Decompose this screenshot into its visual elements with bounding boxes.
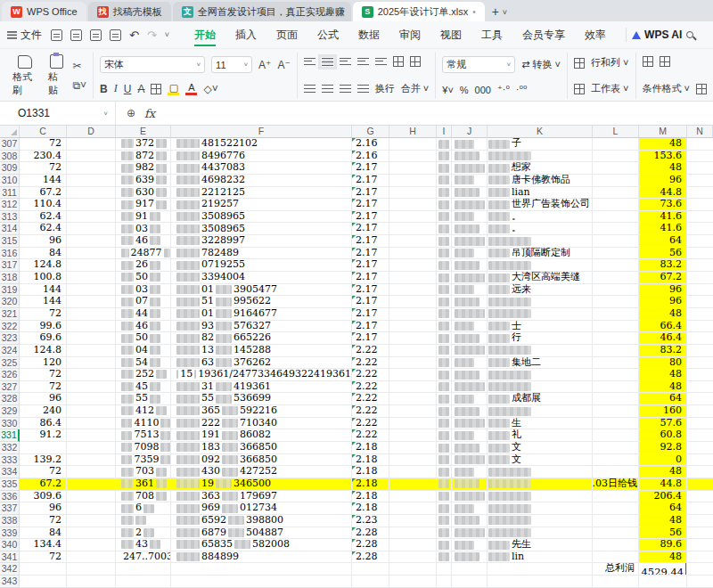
cell-J318[interactable] (452, 272, 488, 284)
cell-L317[interactable] (593, 259, 639, 272)
cell-I333[interactable] (437, 454, 452, 467)
cell-M342[interactable]: 114529.44 (639, 563, 687, 576)
cell-M328[interactable]: 64 (639, 393, 687, 405)
cell-D316[interactable] (67, 248, 116, 260)
cell-C320[interactable]: 144 (20, 296, 67, 308)
cell-L307[interactable] (593, 138, 639, 151)
decrease-indent-icon[interactable] (357, 58, 369, 66)
cell-C307[interactable]: 72 (20, 138, 67, 151)
cell-F324[interactable]: 13145288 (171, 345, 352, 357)
cell-D307[interactable] (67, 138, 116, 151)
cell-E327[interactable]: 45 (116, 381, 171, 394)
underline-button[interactable]: U (124, 83, 132, 95)
cell-G309[interactable]: 2.17 (352, 162, 389, 175)
cell-H334[interactable] (389, 466, 437, 478)
cell-M333[interactable]: 0 (639, 454, 687, 467)
cell-E316[interactable]: 24877 (116, 248, 171, 260)
row-header-318[interactable]: 318 (0, 272, 20, 284)
cell-I314[interactable] (437, 223, 452, 235)
row-header-341[interactable]: 341 (0, 551, 20, 564)
wps-ai-button[interactable]: WPS AI (632, 29, 682, 41)
row-header-308[interactable]: 308 (0, 151, 20, 163)
cell-E339[interactable]: 2 (116, 527, 171, 540)
cell-C340[interactable]: 134.4 (20, 539, 67, 551)
menu-tab-工具[interactable]: 工具 (472, 22, 512, 47)
cell-M308[interactable]: 153.6 (639, 151, 687, 163)
cell-H310[interactable] (389, 175, 437, 187)
cell-G310[interactable]: 2.17 (352, 175, 389, 187)
row-header-320[interactable]: 320 (0, 296, 20, 308)
cell-J319[interactable] (452, 284, 488, 297)
cell-D310[interactable] (67, 175, 116, 187)
cell-N316[interactable] (687, 248, 713, 260)
cell-K322[interactable]: 士 (488, 321, 593, 333)
cell-I329[interactable] (437, 405, 452, 418)
cell-E332[interactable]: 7098 (116, 442, 171, 454)
conditional-format-button[interactable]: 条件格式 ˅ (643, 82, 707, 95)
cell-C308[interactable]: 230.4 (20, 151, 67, 163)
cell-I309[interactable] (437, 162, 452, 175)
cell-N320[interactable] (687, 296, 713, 308)
row-header-313[interactable]: 313 (0, 211, 20, 224)
cell-C338[interactable]: 72 (20, 515, 67, 527)
cell-C330[interactable]: 86.4 (20, 418, 67, 430)
cell-J330[interactable] (452, 418, 488, 430)
row-header-310[interactable]: 310 (0, 175, 20, 187)
row-header-326[interactable]: 326 (0, 369, 20, 381)
cell-L316[interactable] (593, 248, 639, 260)
cell-J311[interactable] (452, 187, 488, 200)
cell-C335[interactable]: 67.2 (20, 478, 67, 491)
row-header-319[interactable]: 319 (0, 284, 20, 297)
cell-F310[interactable]: 4698232 (171, 175, 352, 187)
cell-F336[interactable]: 363179697 (171, 491, 352, 503)
row-header-337[interactable]: 337 (0, 502, 20, 515)
cell-E325[interactable]: 54 (116, 357, 171, 370)
fill-color-icon[interactable]: ▢ (168, 83, 179, 95)
cell-M321[interactable]: 48 (639, 308, 687, 321)
merge-center-icon[interactable] (410, 56, 421, 67)
quick-access-chevron-icon[interactable]: ˅ (165, 30, 169, 39)
cell-L334[interactable] (593, 466, 639, 478)
cell-I312[interactable] (437, 199, 452, 211)
cell-N307[interactable] (687, 138, 713, 151)
cell-C337[interactable]: 96 (20, 502, 67, 515)
row-header-323[interactable]: 323 (0, 332, 20, 345)
cell-E334[interactable]: 703 (116, 466, 171, 478)
cell-I326[interactable] (437, 369, 452, 381)
row-header-307[interactable]: 307 (0, 138, 20, 151)
align-middle-icon[interactable] (322, 58, 333, 66)
cell-M323[interactable]: 46.4 (639, 332, 687, 345)
cell-I311[interactable] (437, 187, 452, 200)
row-header-312[interactable]: 312 (0, 199, 20, 211)
cell-F315[interactable]: 3228997 (171, 235, 352, 248)
cell-D317[interactable] (67, 259, 116, 272)
cell-K316[interactable]: 吊顶隔断定制 (488, 248, 593, 260)
cell-G315[interactable]: 2.17 (352, 235, 389, 248)
row-header-324[interactable]: 324 (0, 345, 20, 357)
cell-N315[interactable] (687, 235, 713, 248)
cell-K319[interactable]: 远来 (488, 284, 593, 297)
cell-F334[interactable]: 430427252 (171, 466, 352, 478)
menu-tab-数据[interactable]: 数据 (349, 22, 389, 47)
cell-I322[interactable] (437, 321, 452, 333)
cell-M309[interactable]: 48 (639, 162, 687, 175)
cell-H317[interactable] (389, 259, 437, 272)
cell-I334[interactable] (437, 466, 452, 478)
cell-J307[interactable] (452, 138, 488, 151)
cell-M322[interactable]: 66.4 (639, 321, 687, 333)
cell-J335[interactable] (452, 478, 488, 491)
cell-M316[interactable]: 56 (639, 248, 687, 260)
cell-E312[interactable]: 917 (116, 199, 171, 211)
cell-G339[interactable]: 2.28 (352, 527, 389, 540)
paste-button[interactable]: 粘贴 (45, 54, 68, 97)
cell-C339[interactable]: 84 (20, 527, 67, 540)
cell-G319[interactable]: 2.17 (352, 284, 389, 297)
cell-E314[interactable]: 03 (116, 223, 171, 235)
cell-I319[interactable] (437, 284, 452, 297)
cell-F320[interactable]: 51995622 (171, 296, 352, 308)
menu-tab-公式[interactable]: 公式 (308, 22, 348, 47)
cell-C341[interactable]: 72 (20, 551, 67, 564)
cell-H311[interactable] (389, 187, 437, 200)
cell-D332[interactable] (67, 442, 116, 454)
row-header-330[interactable]: 330 (0, 418, 20, 430)
